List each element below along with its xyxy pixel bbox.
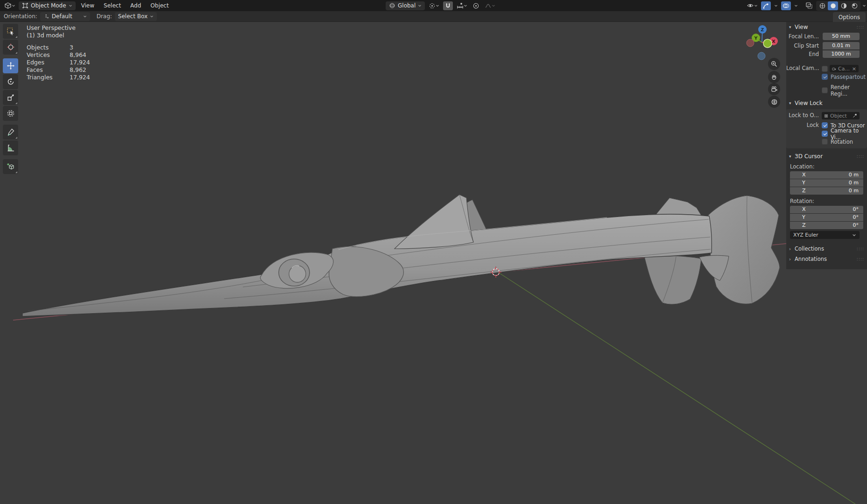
axis-minus-y-ball[interactable]: [763, 39, 772, 48]
focal-length-field[interactable]: 50 mm: [823, 33, 860, 40]
transform-orientation-dropdown[interactable]: Global: [386, 1, 425, 10]
menu-view[interactable]: View: [78, 1, 98, 10]
camera-to-view-row: Camera to Vi...: [786, 130, 867, 138]
solid-shading-icon: [830, 2, 837, 9]
lock-rotation-label: Rotation: [831, 139, 853, 145]
editor-type-selector[interactable]: [3, 1, 17, 10]
collapse-chevron-icon: ›: [789, 254, 795, 264]
lock-to-object-field[interactable]: Object: [822, 112, 860, 119]
cursor-tool-icon: [7, 43, 15, 51]
measure-tool-button[interactable]: [3, 140, 18, 155]
passepartout-checkbox[interactable]: [822, 74, 828, 80]
shading-rendered-button[interactable]: [849, 1, 860, 10]
tweak-select-tool-button[interactable]: [3, 24, 18, 39]
orientation-default-dropdown[interactable]: Default: [40, 12, 90, 21]
proportional-editing-toggle[interactable]: [471, 1, 481, 10]
active-collection-text: (1) 3d model: [27, 32, 90, 39]
transform-tool-button[interactable]: [3, 106, 18, 121]
3d-viewport-editor-icon: [4, 2, 12, 9]
lock-rotation-checkbox[interactable]: [822, 139, 828, 145]
pivot-point-icon: [429, 2, 436, 9]
view-section-header[interactable]: ▾ View ::::: [786, 22, 867, 32]
view-lock-box: Lock to O... Object Lock To 3D Cursor C: [786, 109, 867, 148]
camera-view-button[interactable]: [768, 83, 780, 95]
zoom-view-button[interactable]: [768, 58, 780, 70]
xray-icon: [805, 2, 813, 9]
clip-start-field[interactable]: 0.01 m: [823, 42, 860, 49]
rotation-mode-dropdown[interactable]: XYZ Euler: [790, 231, 860, 239]
toggle-xray-button[interactable]: [804, 1, 814, 10]
clear-icon[interactable]: ×: [852, 66, 856, 72]
pan-view-button[interactable]: [768, 71, 780, 83]
local-camera-checkbox[interactable]: [822, 66, 828, 72]
render-region-checkbox[interactable]: [822, 87, 828, 93]
pivot-point-dropdown[interactable]: [427, 1, 441, 10]
annotate-tool-icon: [7, 128, 15, 136]
viewport-3d[interactable]: [0, 0, 867, 504]
show-overlays-icon: [782, 2, 789, 9]
rotate-tool-button[interactable]: [3, 74, 18, 89]
shading-dropdown-chevron-icon[interactable]: [862, 4, 866, 7]
chevron-down-icon: [12, 4, 15, 7]
viewport-stats-overlay: User Perspective (1) 3d model Objects 3 …: [27, 24, 90, 81]
cursor-section-header[interactable]: ▾ 3D Cursor ::::: [786, 151, 867, 161]
collections-section-header[interactable]: › Collections ::::: [786, 244, 867, 254]
annotate-tool-button[interactable]: [3, 125, 18, 140]
visibility-dropdown[interactable]: [745, 1, 759, 10]
options-button[interactable]: Options: [833, 12, 866, 22]
toggle-perspective-button[interactable]: [768, 96, 780, 108]
chevron-down-icon: [794, 4, 798, 7]
to-3d-cursor-checkbox[interactable]: [822, 122, 828, 128]
show-gizmos-icon: [762, 2, 769, 9]
local-camera-field[interactable]: Ca... ×: [830, 65, 859, 72]
panel-drag-handle[interactable]: ::::: [857, 25, 864, 29]
clip-start-row: Clip Start 0.01 m: [786, 42, 867, 50]
scale-tool-button[interactable]: [3, 90, 18, 105]
cursor-location-x[interactable]: X 0 m: [790, 171, 863, 179]
cursor-rotation-x[interactable]: X 0°: [790, 206, 863, 213]
mode-selector[interactable]: Object Mode: [19, 1, 76, 10]
cursor-location-z[interactable]: Z 0 m: [790, 187, 863, 195]
rotate-tool-icon: [7, 77, 15, 86]
panel-drag-handle[interactable]: ::::: [857, 154, 864, 159]
snap-toggle[interactable]: [443, 1, 453, 10]
tool-settings-bar: Orientation: Default Drag: Select Box Op…: [0, 11, 867, 22]
navigation-axis-gizmo[interactable]: Z Y X: [743, 22, 782, 61]
gizmos-dropdown[interactable]: [773, 1, 779, 10]
add-cube-tool-button[interactable]: [3, 159, 18, 174]
menu-object[interactable]: Object: [147, 1, 172, 10]
cursor-tool-button[interactable]: [3, 40, 18, 55]
rendered-shading-icon: [851, 2, 858, 9]
menu-select[interactable]: Select: [100, 1, 125, 10]
axis-minus-x-ball[interactable]: [747, 39, 754, 47]
clip-end-field[interactable]: 1000 m: [823, 50, 860, 58]
model-needlefish-mesh[interactable]: [22, 195, 780, 316]
shading-solid-button[interactable]: [828, 1, 838, 10]
cursor-location-y[interactable]: Y 0 m: [790, 179, 863, 187]
cursor-rotation-z[interactable]: Z 0°: [790, 222, 863, 229]
view-lock-section-header[interactable]: ▾ View Lock: [786, 98, 867, 108]
show-gizmos-toggle[interactable]: [761, 1, 771, 10]
add-cube-tool-icon: [7, 162, 15, 171]
snap-target-dropdown[interactable]: [455, 1, 469, 10]
menu-add[interactable]: Add: [127, 1, 145, 10]
drag-mode-dropdown[interactable]: Select Box: [115, 12, 157, 21]
orientation-label: Global: [398, 2, 416, 9]
chevron-down-icon: [754, 4, 758, 7]
camera-to-view-checkbox[interactable]: [822, 131, 828, 137]
panel-drag-handle[interactable]: ::::: [857, 246, 864, 251]
cursor-rotation-label: Rotation:: [786, 198, 867, 205]
orientation-default-icon: [43, 14, 49, 20]
show-overlays-toggle[interactable]: [781, 1, 791, 10]
scale-tool-icon: [7, 93, 15, 102]
panel-drag-handle[interactable]: ::::: [857, 257, 864, 261]
cursor-rotation-y[interactable]: Y 0°: [790, 214, 863, 221]
shading-material-button[interactable]: [839, 1, 849, 10]
move-tool-button[interactable]: [3, 58, 18, 73]
axis-minus-z-ball[interactable]: [758, 52, 765, 60]
annotations-section-header[interactable]: › Annotations ::::: [786, 254, 867, 264]
overlays-dropdown[interactable]: [793, 1, 799, 10]
eyedropper-icon[interactable]: [853, 113, 857, 118]
shading-wireframe-button[interactable]: [817, 1, 827, 10]
proportional-falloff-dropdown[interactable]: [483, 1, 497, 10]
